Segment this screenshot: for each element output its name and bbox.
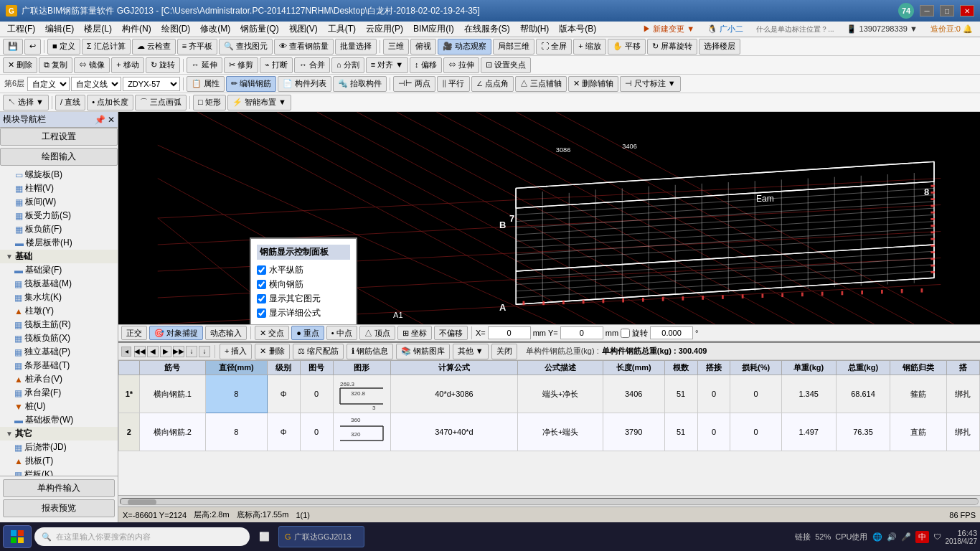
pan-btn[interactable]: ✋ 平移: [608, 39, 646, 55]
menu-cloud[interactable]: 云应用(P): [362, 22, 407, 37]
trim-btn[interactable]: ✂ 修剪: [224, 57, 258, 73]
cell-formula-1[interactable]: 40*d+3086: [390, 375, 518, 413]
menu-element[interactable]: 构件(N): [118, 22, 156, 37]
cell-loss-1[interactable]: 0: [730, 375, 781, 413]
tree-item-cantilever[interactable]: ▲ 挑板(T): [0, 454, 118, 468]
line-btn[interactable]: / 直线: [55, 95, 85, 110]
first-page-btn[interactable]: ◀◀: [134, 346, 146, 357]
transverse-rebar-check[interactable]: 横向钢筋: [257, 278, 350, 291]
rect-btn[interactable]: □ 矩形: [193, 95, 226, 110]
save-btn[interactable]: 💾: [3, 39, 23, 55]
rotate-input[interactable]: [650, 326, 693, 339]
h-scrollbar[interactable]: [118, 495, 980, 507]
cell-length-1[interactable]: 3406: [603, 375, 664, 413]
two-points-axis-btn[interactable]: ⊣⊢ 两点: [393, 76, 435, 92]
tree-item-floor-band[interactable]: ▬ 楼层板带(H): [0, 236, 118, 250]
close-panel-btn[interactable]: 关闭: [491, 344, 517, 359]
transverse-rebar-checkbox[interactable]: [257, 280, 266, 289]
tree-item-raft[interactable]: ▦ 筏板基础(M): [0, 277, 118, 291]
move-btn[interactable]: + 移动: [111, 57, 143, 73]
find-element-btn[interactable]: 🔍 查找图元: [219, 39, 273, 55]
close-button[interactable]: ✕: [960, 5, 974, 17]
mirror-btn[interactable]: ⇔ 镜像: [74, 57, 110, 73]
tree-item-strip-found[interactable]: ▦ 条形基础(T): [0, 359, 118, 372]
zdyx-select[interactable]: ZDYX-57: [123, 77, 180, 91]
plan-btn[interactable]: 俯视: [410, 39, 436, 55]
cell-totalwt-1[interactable]: 68.614: [836, 375, 890, 413]
start-button[interactable]: [3, 525, 32, 548]
cell-desc-2[interactable]: 净长+端头: [518, 413, 603, 451]
cell-fignum-1[interactable]: 0: [300, 375, 333, 413]
menu-bim[interactable]: BIM应用(I): [409, 22, 458, 37]
project-settings-btn[interactable]: 工程设置: [0, 128, 118, 146]
cell-length-2[interactable]: 3790: [603, 413, 664, 451]
mic-icon[interactable]: 🎤: [901, 532, 911, 542]
tree-item-iso-found[interactable]: ▦ 独立基础(P): [0, 345, 118, 359]
cell-totalwt-2[interactable]: 76.35: [836, 413, 890, 451]
define-btn[interactable]: ■ 定义: [47, 39, 80, 55]
panel-pin-icon[interactable]: 📌 ✕: [95, 115, 115, 125]
three-point-axis-btn[interactable]: △ 三点辅轴: [515, 76, 567, 92]
extend-btn[interactable]: ↔ 延伸: [187, 57, 222, 73]
menu-floor[interactable]: 楼层(L): [80, 22, 116, 37]
smart-layout-btn[interactable]: ⚡ 智能布置 ▼: [227, 95, 291, 110]
tree-group-foundation[interactable]: ▼ 基础: [0, 250, 118, 263]
cell-fignum-2[interactable]: 0: [300, 413, 333, 451]
cell-otype-1[interactable]: 绑扎: [946, 375, 979, 413]
guang-xiao-er-btn[interactable]: 🐧 广小二: [703, 22, 748, 36]
vertex-btn[interactable]: △ 顶点: [359, 326, 395, 340]
layer-select[interactable]: 自定义: [27, 77, 70, 91]
local-3d-btn[interactable]: 局部三维: [493, 39, 534, 55]
menu-modify[interactable]: 修改(M): [196, 22, 235, 37]
x-input[interactable]: [488, 326, 531, 339]
midpoint-btn1[interactable]: ● 重点: [291, 326, 324, 340]
menu-service[interactable]: 在线服务(S): [460, 22, 514, 37]
antivirus-icon[interactable]: 🛡: [933, 532, 941, 541]
cell-cat-1[interactable]: 箍筋: [890, 375, 947, 413]
rebar-lib-btn[interactable]: 📚 钢筋图库: [396, 344, 450, 359]
no-offset-btn[interactable]: 不偏移: [434, 326, 468, 340]
show-formula-check[interactable]: 显示详细公式: [257, 307, 350, 319]
orthogonal-btn[interactable]: 正交: [121, 326, 147, 340]
delete-row-btn[interactable]: ✕ 删除: [255, 344, 289, 359]
cell-level-2[interactable]: Φ: [267, 413, 300, 451]
insert-row-btn[interactable]: + 插入: [220, 344, 252, 359]
dynamic-obs-btn[interactable]: 🎥 动态观察: [438, 39, 491, 55]
tree-item-pile[interactable]: ▼ 桩(U): [0, 400, 118, 413]
select-btn[interactable]: ↖ 选择 ▼: [3, 95, 49, 110]
3d-btn[interactable]: 三维: [383, 39, 409, 55]
property-btn[interactable]: 📋 属性: [187, 76, 225, 92]
tree-item-board-gap[interactable]: ▦ 板间(W): [0, 195, 118, 209]
cell-cat-2[interactable]: 直筋: [890, 413, 947, 451]
level-board-btn[interactable]: ≡ 齐平板: [177, 39, 217, 55]
menu-version[interactable]: 版本号(B): [555, 22, 600, 37]
parallel-btn[interactable]: ∥ 平行: [437, 76, 469, 92]
network-icon[interactable]: 🌐: [872, 532, 882, 542]
down1-btn[interactable]: ↓: [186, 346, 197, 357]
menu-draw[interactable]: 绘图(D): [157, 22, 195, 37]
cell-overlap-1[interactable]: 0: [697, 375, 730, 413]
grip-btn[interactable]: ⊡ 设置夹点: [481, 57, 531, 73]
undo-btn[interactable]: ↩: [24, 39, 41, 55]
show-elements-check[interactable]: 显示其它图元: [257, 293, 350, 305]
rebar-info-btn[interactable]: ℹ 钢筋信息: [347, 344, 393, 359]
edit-rebar-btn[interactable]: ✏ 编辑钢筋: [226, 76, 276, 92]
tree-group-other[interactable]: ▼ 其它: [0, 427, 118, 441]
cell-name-1[interactable]: 横向钢筋.1: [139, 375, 205, 413]
tree-item-board-rebar[interactable]: ▦ 板受力筋(S): [0, 209, 118, 222]
del-axis-btn[interactable]: ✕ 删除辅轴: [568, 76, 618, 92]
cell-count-1[interactable]: 51: [664, 375, 697, 413]
horiz-rebar-check[interactable]: 水平纵筋: [257, 264, 350, 276]
three-arc-btn[interactable]: ⌒ 三点画弧: [135, 95, 187, 110]
tree-item-cap-beam[interactable]: ▦ 承台梁(F): [0, 386, 118, 400]
next-page-btn[interactable]: ▶: [160, 346, 171, 357]
y-input[interactable]: [560, 326, 603, 339]
snap-btn[interactable]: 🎯 对象捕捉: [149, 326, 203, 340]
copy-btn[interactable]: ⧉ 复制: [39, 57, 72, 73]
volume-icon[interactable]: 🔊: [887, 532, 897, 542]
rotate-btn[interactable]: ↻ 旋转: [146, 57, 180, 73]
zoom-in-btn[interactable]: + 缩放: [573, 39, 606, 55]
menu-tools[interactable]: 工具(T): [324, 22, 360, 37]
summary-btn[interactable]: Σ 汇总计算: [82, 39, 131, 55]
break-btn[interactable]: ⌁ 打断: [260, 57, 293, 73]
